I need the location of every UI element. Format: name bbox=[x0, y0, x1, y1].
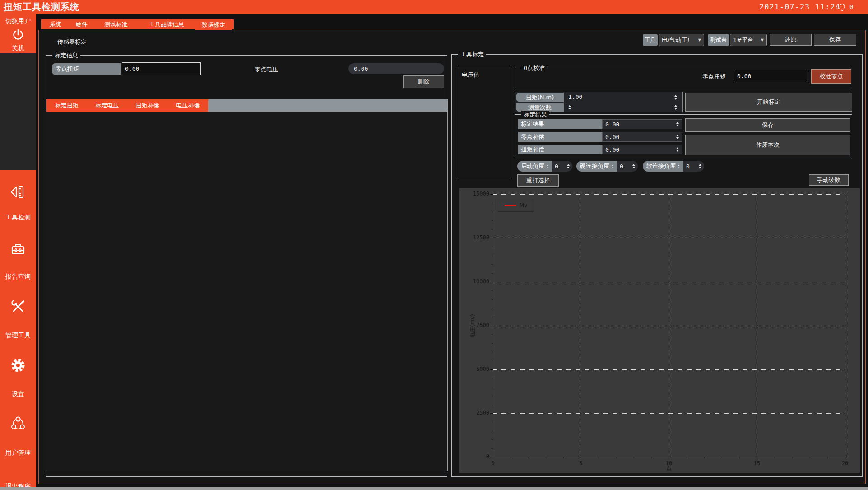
result-row-value[interactable]: 0.00 bbox=[602, 132, 682, 142]
x-axis-line bbox=[493, 457, 845, 457]
measure-settings-block: 扭矩(N.m) 测量次数 1.00 5 bbox=[515, 92, 683, 112]
col-header-cal-torque: 标定扭矩 bbox=[46, 99, 87, 112]
sidebar-nav-section: 工具检测 报告查询 管理工具 bbox=[0, 170, 36, 490]
chart-legend: Mv bbox=[498, 199, 534, 212]
voltage-list[interactable]: 电压值 bbox=[458, 67, 510, 179]
calibration-info-group-label: 标定信息 bbox=[52, 51, 80, 60]
result-row-value[interactable]: 0.00 bbox=[602, 145, 682, 154]
v-gridline bbox=[581, 194, 581, 457]
manual-reading-button[interactable]: 手动读数 bbox=[809, 174, 849, 186]
voltage-chart: Mv 电压(mv) 点 0250050007500100001250015000… bbox=[459, 188, 860, 473]
sidebar-item-settings[interactable]: 设置 bbox=[0, 390, 36, 398]
calibration-result-group-label: 标定结果 bbox=[521, 111, 549, 119]
zero-torque-label: 零点扭矩 bbox=[52, 63, 121, 75]
result-spinner[interactable] bbox=[673, 119, 682, 129]
tool-selector-value: 电/气动工! bbox=[662, 36, 690, 44]
power-icon[interactable] bbox=[11, 28, 25, 42]
x-tick-label: 10 bbox=[660, 460, 678, 467]
result-row-value[interactable]: 0.00 bbox=[602, 119, 682, 129]
hard-joint-angle-label: 硬连接角度： bbox=[576, 161, 617, 172]
sidebar-item-user-management[interactable]: 用户管理 bbox=[0, 449, 36, 457]
hard-joint-angle-value: 0 bbox=[617, 161, 630, 172]
calibration-table[interactable]: 标定扭矩 标定电压 扭矩补偿 电压补偿 bbox=[46, 99, 448, 471]
sidebar-item-tool-detect[interactable]: 工具检测 bbox=[0, 214, 36, 222]
col-header-cal-voltage: 标定电压 bbox=[87, 99, 128, 112]
result-spinner[interactable] bbox=[673, 145, 682, 154]
legend-line-sample bbox=[505, 205, 516, 206]
x-tick-label: 5 bbox=[572, 460, 590, 467]
sidebar-top-section: 切换用户 关机 bbox=[0, 14, 36, 53]
zero-cal-torque-label: 零点扭矩 bbox=[702, 73, 726, 81]
zero-torque-input[interactable] bbox=[122, 62, 201, 75]
result-spinner[interactable] bbox=[673, 132, 682, 142]
soft-joint-angle-spinbox[interactable]: 软连接角度： 0 bbox=[643, 161, 704, 172]
y-tick-label: 2500 bbox=[461, 410, 489, 416]
x-tick-mark bbox=[845, 457, 845, 460]
measure-count-value[interactable]: 5 bbox=[568, 103, 572, 110]
tool-selector-label: 工具 bbox=[643, 34, 658, 46]
restore-button[interactable]: 还原 bbox=[770, 34, 812, 46]
save-result-button[interactable]: 保存 bbox=[685, 118, 850, 132]
col-header-voltage-comp: 电压补偿 bbox=[168, 99, 209, 112]
y-tick-label: 5000 bbox=[461, 366, 489, 372]
v-gridline bbox=[845, 194, 845, 457]
start-angle-spinbox[interactable]: 启动角度： 0 bbox=[517, 161, 572, 172]
count-spinner[interactable] bbox=[672, 103, 679, 112]
save-button-top[interactable]: 保存 bbox=[814, 34, 856, 46]
zero-cal-group-label: 0点校准 bbox=[521, 64, 547, 72]
share-network-icon[interactable] bbox=[10, 416, 26, 432]
crossed-tools-icon[interactable] bbox=[10, 299, 26, 315]
rehit-select-button[interactable]: 重打选择 bbox=[517, 174, 559, 187]
tab-test-standard[interactable]: 测试标准 bbox=[96, 19, 136, 29]
sidebar-item-shutdown[interactable]: 关机 bbox=[0, 44, 36, 52]
bell-icon[interactable] bbox=[838, 2, 847, 11]
zero-voltage-value: 0.00 bbox=[348, 63, 444, 74]
voltage-list-label: 电压值 bbox=[462, 71, 479, 79]
result-row-label: 扭矩补偿 bbox=[518, 145, 602, 154]
tab-tool-brand[interactable]: 工具品牌信息 bbox=[140, 19, 193, 29]
gear-icon[interactable] bbox=[10, 357, 26, 373]
sensor-panel-title: 传感器标定 bbox=[57, 38, 87, 46]
tab-hardware[interactable]: 硬件 bbox=[69, 19, 94, 29]
ruler-triangle-icon[interactable] bbox=[10, 184, 26, 201]
app-window: 扭矩工具检测系统 2021-07-23 11:24 0 切换用户 关机 工具检测 bbox=[0, 0, 868, 490]
sidebar-item-manage-tools[interactable]: 管理工具 bbox=[0, 331, 36, 340]
bench-selector-value: 1#平台 bbox=[733, 36, 753, 44]
calibrate-zero-button[interactable]: 校准零点 bbox=[811, 69, 851, 84]
torque-spinner[interactable] bbox=[672, 93, 679, 102]
sidebar-item-switch-user[interactable]: 切换用户 bbox=[0, 17, 36, 25]
tool-selector-dropdown[interactable]: 电/气动工! ▼ bbox=[659, 34, 704, 46]
v-gridline bbox=[757, 194, 757, 457]
tool-calibration-group-label: 工具标定 bbox=[458, 51, 486, 59]
torque-setting-label: 扭矩(N.m) bbox=[516, 93, 564, 102]
soft-joint-angle-label: 软连接角度： bbox=[643, 161, 683, 172]
titlebar: 扭矩工具检测系统 2021-07-23 11:24 0 bbox=[0, 0, 868, 14]
zero-cal-torque-input[interactable] bbox=[734, 70, 807, 82]
bench-selector-label: 测试台 bbox=[708, 34, 729, 46]
delete-button[interactable]: 删除 bbox=[403, 75, 444, 88]
x-tick-label: 20 bbox=[836, 460, 854, 467]
sidebar-item-report-query[interactable]: 报告查询 bbox=[0, 273, 36, 281]
bottom-strip bbox=[0, 487, 868, 490]
chevron-down-icon: ▼ bbox=[698, 38, 701, 42]
table-header: 标定扭矩 标定电压 扭矩补偿 电压补偿 bbox=[46, 99, 208, 112]
x-tick-label: 15 bbox=[748, 460, 766, 467]
start-angle-value: 0 bbox=[552, 161, 564, 172]
void-current-button[interactable]: 作废本次 bbox=[685, 135, 850, 155]
tab-system[interactable]: 系统 bbox=[43, 19, 68, 29]
y-tick-label: 10000 bbox=[461, 278, 489, 285]
bench-selector-dropdown[interactable]: 1#平台 ▼ bbox=[730, 34, 767, 46]
y-tick-label: 7500 bbox=[461, 322, 489, 328]
y-tick-label: 0 bbox=[461, 453, 489, 460]
hard-joint-angle-spinbox[interactable]: 硬连接角度： 0 bbox=[576, 161, 638, 172]
col-header-torque-comp: 扭矩补偿 bbox=[127, 99, 168, 112]
app-title: 扭矩工具检测系统 bbox=[4, 1, 79, 13]
start-calibration-button[interactable]: 开始标定 bbox=[685, 93, 852, 112]
notification-count: 0 bbox=[849, 3, 853, 10]
legend-series-label: Mv bbox=[520, 202, 527, 209]
torque-setting-value[interactable]: 1.00 bbox=[568, 93, 582, 100]
toolbox-icon[interactable] bbox=[10, 241, 26, 257]
v-gridline bbox=[669, 194, 669, 457]
y-tick-label: 12500 bbox=[461, 234, 489, 241]
zero-voltage-label: 零点电压 bbox=[255, 65, 278, 74]
